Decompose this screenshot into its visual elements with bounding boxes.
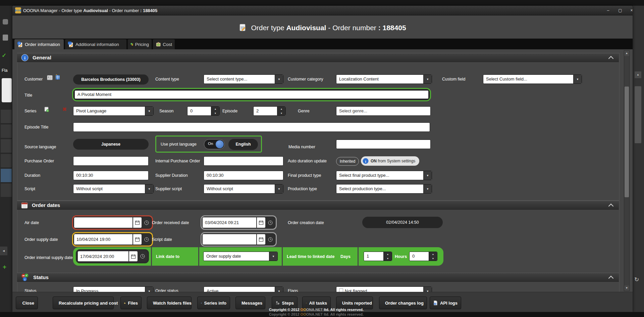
calendar-icon[interactable]	[257, 217, 265, 228]
scroll-up-icon[interactable]: ▲	[635, 71, 641, 78]
series-add-icon[interactable]: +	[44, 107, 49, 112]
close-button[interactable]: Close	[16, 297, 38, 309]
calendar-icon[interactable]	[133, 234, 142, 245]
files-button[interactable]: Files	[120, 297, 142, 309]
script-date-picker[interactable]	[201, 232, 277, 247]
calendar-icon[interactable]	[133, 217, 142, 228]
step-down-icon[interactable]: ▼	[384, 256, 392, 261]
genre-label: Genre	[298, 109, 310, 113]
pivot-language-pill[interactable]: English	[228, 139, 258, 150]
tab-cost[interactable]: Cost	[153, 39, 175, 49]
step-up-icon[interactable]: ▲	[211, 107, 219, 111]
duration-input[interactable]: 00:10:30	[73, 171, 149, 180]
tab-order-information[interactable]: i Order information	[14, 39, 64, 49]
link-date-to-dropdown[interactable]: Order supply date▼	[203, 252, 278, 261]
source-language-pill[interactable]: Japanese	[73, 139, 149, 150]
collapse-chevron-icon[interactable]	[608, 204, 614, 209]
step-up-icon[interactable]: ▲	[277, 107, 285, 111]
episode-stepper[interactable]: 2 ▲▼	[253, 106, 286, 116]
clock-icon[interactable]	[266, 217, 275, 228]
refresh-icon[interactable]: ↻	[634, 276, 639, 283]
general-section-header[interactable]: i General	[17, 53, 619, 62]
scroll-thumb[interactable]	[625, 87, 629, 197]
clock-icon[interactable]	[138, 251, 147, 261]
order-supply-date-picker[interactable]: 10/04/2024 19:00	[72, 232, 153, 247]
air-date-picker[interactable]	[72, 215, 153, 230]
flags-dropdown[interactable]: Not flagged ▼	[336, 286, 432, 292]
purchase-order-input[interactable]	[73, 156, 149, 166]
maximize-button[interactable]: ▢	[616, 7, 625, 13]
step-down-icon[interactable]: ▼	[277, 111, 285, 115]
window-titlebar[interactable]: OOONA Manager - Order type Audiovisual -…	[12, 6, 633, 15]
series-info-button[interactable]: Series info	[197, 297, 230, 309]
title-input[interactable]: A Pivotal Moment	[74, 90, 429, 99]
step-up-icon[interactable]: ▲	[429, 252, 437, 256]
folder-icon	[124, 300, 125, 306]
days-stepper[interactable]: 1 ▲▼	[364, 252, 392, 261]
hours-stepper[interactable]: 0 ▲▼	[409, 252, 437, 261]
series-dropdown[interactable]: Pivot Language▼	[73, 106, 154, 116]
supplier-duration-input[interactable]: 00:10:30	[204, 171, 283, 180]
order-dates-section-header[interactable]: Order dates	[17, 201, 619, 210]
recalculate-pricing-button[interactable]: Recalculate pricing and cost	[53, 297, 114, 309]
content-scrollbar[interactable]: ▲ ▼	[624, 50, 630, 291]
production-type-dropdown[interactable]: Select production type...▼	[336, 184, 432, 194]
order-internal-supply-date-picker[interactable]: 17/04/2024 20:00	[76, 249, 149, 263]
remove-series-icon[interactable]: ✖	[62, 106, 67, 112]
genre-input[interactable]: Select genre...	[336, 106, 431, 116]
days-label: Days	[340, 254, 351, 259]
toggle-knob[interactable]	[216, 140, 224, 148]
final-product-type-dropdown[interactable]: Select final product type...▼	[336, 171, 432, 180]
clock-icon[interactable]	[142, 217, 151, 228]
content-type-dropdown[interactable]: Select content type...▼	[204, 74, 283, 84]
supplier-script-dropdown[interactable]: Without script▼	[204, 184, 283, 194]
watch-folders-files-button[interactable]: Watch folders files	[147, 297, 192, 309]
close-window-button[interactable]: ×	[627, 7, 636, 13]
status-dropdown[interactable]: In Progress▼	[73, 286, 154, 292]
background-row	[1, 139, 12, 153]
order-internal-supply-date-label: Order internal supply date	[24, 255, 73, 260]
scroll-up-icon[interactable]: ▲	[624, 51, 629, 56]
media-number-input[interactable]	[336, 140, 431, 149]
hours-label: Hours	[395, 254, 407, 259]
clock-icon[interactable]	[266, 234, 275, 245]
internal-purchase-order-label: Internal Purchase Order	[155, 159, 200, 163]
internal-purchase-order-input[interactable]	[204, 156, 283, 166]
chevron-down-icon: ▼	[145, 107, 153, 115]
calendar-icon[interactable]	[129, 251, 138, 261]
step-down-icon[interactable]: ▼	[429, 256, 437, 261]
background-scroll-thumb[interactable]	[635, 86, 641, 143]
order-received-date-picker[interactable]: 03/04/2024 09:21	[201, 215, 277, 230]
order-changes-log-button[interactable]: LOG Order changes log	[379, 297, 427, 309]
script-dropdown[interactable]: Without script▼	[73, 184, 154, 194]
custom-field-dropdown[interactable]: Select Custom field...▼	[483, 74, 582, 84]
customer-category-dropdown[interactable]: Localization Content▼	[336, 74, 432, 84]
pivot-language-toggle[interactable]: On	[204, 139, 225, 149]
step-up-icon[interactable]: ▲	[384, 252, 392, 256]
customer-card-icon[interactable]	[47, 75, 53, 80]
season-stepper[interactable]: 0 ▲▼	[187, 106, 220, 116]
minimize-button[interactable]: –	[604, 7, 612, 13]
collapse-chevron-icon[interactable]	[608, 276, 614, 281]
link-date-segment: Link date to	[152, 247, 198, 266]
messages-button[interactable]: Messages	[235, 297, 265, 309]
tab-pricing[interactable]: ✓ Pricing	[128, 39, 152, 49]
custom-field-label: Custom field	[442, 77, 465, 82]
app-logo-icon	[15, 7, 21, 13]
status-section-header[interactable]: ✓ i Status	[17, 273, 619, 282]
inherited-button[interactable]: Inherited	[336, 157, 359, 166]
tab-additional-information[interactable]: … Additional information	[65, 39, 126, 49]
customer-add-table-icon[interactable]: +	[55, 74, 60, 80]
scroll-down-icon[interactable]: ▼	[624, 285, 629, 291]
season-label: Season	[159, 109, 173, 113]
order-status-dropdown[interactable]: Active▼	[204, 286, 283, 292]
step-down-icon[interactable]: ▼	[211, 111, 219, 115]
calendar-icon[interactable]	[257, 234, 265, 245]
episode-title-input[interactable]	[73, 122, 430, 132]
clock-icon[interactable]	[142, 234, 151, 245]
collapse-chevron-icon[interactable]	[608, 56, 614, 61]
api-logs-button[interactable]: LOG API logs	[430, 297, 461, 309]
collapse-arrow-button[interactable]: ◄	[0, 247, 7, 255]
customer-value-pill[interactable]: Barcelos Broductions (33003)	[73, 74, 149, 85]
svg-text:✓: ✓	[131, 43, 132, 45]
